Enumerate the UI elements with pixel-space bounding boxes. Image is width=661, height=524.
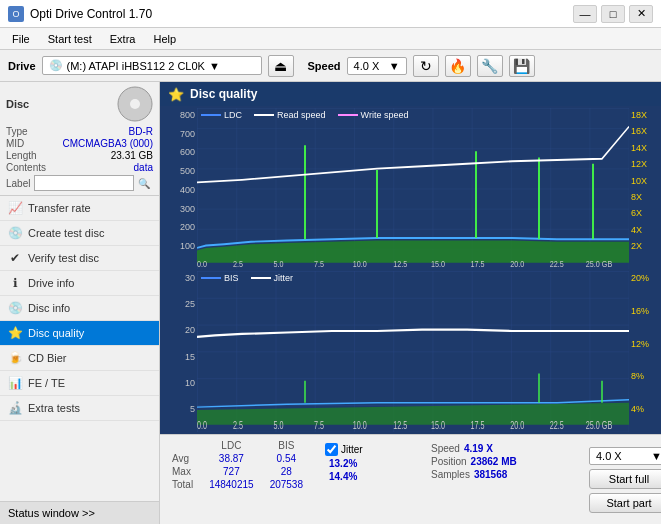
nav-label-extra-tests: Extra tests [28, 402, 80, 414]
disc-length-row: Length 23.31 GB [6, 150, 153, 161]
chart2-legend: BIS Jitter [201, 273, 293, 283]
minimize-button[interactable]: — [573, 5, 597, 23]
title-bar-left: O Opti Drive Control 1.70 [8, 6, 152, 22]
content-area: ⭐ Disc quality 800 700 600 500 400 300 2… [160, 82, 661, 524]
refresh-button[interactable]: ↻ [413, 55, 439, 77]
svg-text:20.0: 20.0 [510, 257, 524, 268]
drive-text: (M:) ATAPI iHBS112 2 CL0K [67, 60, 205, 72]
write-legend-label: Write speed [361, 110, 409, 120]
stats-table-section: LDC BIS Avg 38.87 0.54 Max 727 [164, 439, 311, 520]
row-max: Max 727 28 [164, 465, 311, 478]
sidebar-item-disc-quality[interactable]: ⭐ Disc quality [0, 321, 159, 346]
window-controls: — □ ✕ [573, 5, 653, 23]
jitter-legend-color [251, 277, 271, 279]
jitter-checkbox[interactable] [325, 443, 338, 456]
transfer-rate-icon: 📈 [8, 201, 22, 215]
bis-legend-label: BIS [224, 273, 239, 283]
eject-button[interactable]: ⏏ [268, 55, 294, 77]
type-val: BD-R [129, 126, 153, 137]
col-empty [164, 439, 201, 452]
write-legend-color [338, 114, 358, 116]
sidebar-item-extra-tests[interactable]: 🔬 Extra tests [0, 396, 159, 421]
total-bis: 207538 [262, 478, 311, 491]
speed-value: 4.0 X [354, 60, 380, 72]
drive-dropdown-icon: ▼ [209, 60, 220, 72]
start-part-button[interactable]: Start part [589, 493, 661, 513]
mid-val: CMCMAGBA3 (000) [62, 138, 153, 149]
sidebar: Disc Type BD-R MID CMCMAGBA3 (000) [0, 82, 160, 524]
main-layout: Disc Type BD-R MID CMCMAGBA3 (000) [0, 82, 661, 524]
menu-help[interactable]: Help [145, 31, 184, 47]
nav-label-fe-te: FE / TE [28, 377, 65, 389]
svg-text:15.0: 15.0 [431, 257, 445, 268]
sidebar-item-fe-te[interactable]: 📊 FE / TE [0, 371, 159, 396]
close-button[interactable]: ✕ [629, 5, 653, 23]
ldc-legend-label: LDC [224, 110, 242, 120]
svg-text:25.0 GB: 25.0 GB [586, 257, 613, 268]
sidebar-item-cd-bier[interactable]: 🍺 CD Bier [0, 346, 159, 371]
drive-label: Drive [8, 60, 36, 72]
svg-text:7.5: 7.5 [314, 257, 324, 268]
jitter-max-row: 14.4% [325, 471, 409, 482]
drive-info-icon: ℹ [8, 276, 22, 290]
dq-title: Disc quality [190, 87, 257, 101]
svg-text:5.0: 5.0 [274, 418, 284, 431]
svg-text:22.5: 22.5 [550, 257, 564, 268]
type-key: Type [6, 126, 28, 137]
start-full-button[interactable]: Start full [589, 469, 661, 489]
burn-button[interactable]: 🔥 [445, 55, 471, 77]
svg-text:0.0: 0.0 [197, 257, 207, 268]
position-row: Position 23862 MB [431, 456, 535, 467]
col-ldc: LDC [201, 439, 262, 452]
label-search-icon[interactable]: 🔍 [138, 178, 150, 189]
disc-label-row: Label 🔍 [6, 175, 153, 191]
sidebar-item-transfer-rate[interactable]: 📈 Transfer rate [0, 196, 159, 221]
menu-start-test[interactable]: Start test [40, 31, 100, 47]
chart1-svg: 0.0 2.5 5.0 7.5 10.0 12.5 15.0 17.5 20.0… [197, 108, 629, 269]
max-bis: 28 [262, 465, 311, 478]
row-avg: Avg 38.87 0.54 [164, 452, 311, 465]
menu-extra[interactable]: Extra [102, 31, 144, 47]
menu-file[interactable]: File [4, 31, 38, 47]
total-ldc: 14840215 [201, 478, 262, 491]
save-button[interactable]: 💾 [509, 55, 535, 77]
disc-type-row: Type BD-R [6, 126, 153, 137]
position-key: Position [431, 456, 467, 467]
speed-select[interactable]: 4.0 X ▼ [347, 57, 407, 75]
row-total: Total 14840215 207538 [164, 478, 311, 491]
drive-select[interactable]: 💿 (M:) ATAPI iHBS112 2 CL0K ▼ [42, 56, 262, 75]
length-key: Length [6, 150, 37, 161]
speed-dropdown-icon: ▼ [389, 60, 400, 72]
jitter-section: Jitter 13.2% 14.4% [317, 439, 417, 520]
svg-text:25.0 GB: 25.0 GB [586, 418, 612, 431]
title-bar: O Opti Drive Control 1.70 — □ ✕ [0, 0, 661, 28]
settings-button[interactable]: 🔧 [477, 55, 503, 77]
sidebar-item-create-test-disc[interactable]: 💿 Create test disc [0, 221, 159, 246]
stats-speed-selector[interactable]: 4.0 X ▼ [589, 447, 661, 465]
svg-text:12.5: 12.5 [393, 418, 407, 431]
status-window-label: Status window >> [8, 507, 95, 519]
svg-text:10.0: 10.0 [353, 257, 367, 268]
samples-row: Samples 381568 [431, 469, 535, 480]
chart-bis: 30 25 20 15 10 5 BIS Jit [162, 271, 659, 432]
jitter-avg-row: 13.2% [325, 458, 409, 469]
sidebar-item-disc-info[interactable]: 💿 Disc info [0, 296, 159, 321]
stats-speed-val: 4.0 X [596, 450, 622, 462]
svg-text:7.5: 7.5 [314, 418, 324, 431]
stats-speed-dropdown-icon: ▼ [651, 450, 661, 462]
svg-text:0.0: 0.0 [197, 418, 207, 431]
nav-label-verify-test-disc: Verify test disc [28, 252, 99, 264]
extra-tests-icon: 🔬 [8, 401, 22, 415]
sidebar-item-drive-info[interactable]: ℹ Drive info [0, 271, 159, 296]
maximize-button[interactable]: □ [601, 5, 625, 23]
status-window-button[interactable]: Status window >> [0, 501, 159, 524]
chart2-left-axis: 30 25 20 15 10 5 [162, 271, 197, 432]
label-input[interactable] [34, 175, 134, 191]
disc-quality-header: ⭐ Disc quality [160, 82, 661, 106]
svg-text:22.5: 22.5 [550, 418, 564, 431]
chart1-left-axis: 800 700 600 500 400 300 200 100 [162, 108, 197, 269]
sidebar-item-verify-test-disc[interactable]: ✔ Verify test disc [0, 246, 159, 271]
svg-text:12.5: 12.5 [393, 257, 407, 268]
nav-label-transfer-rate: Transfer rate [28, 202, 91, 214]
verify-test-disc-icon: ✔ [8, 251, 22, 265]
